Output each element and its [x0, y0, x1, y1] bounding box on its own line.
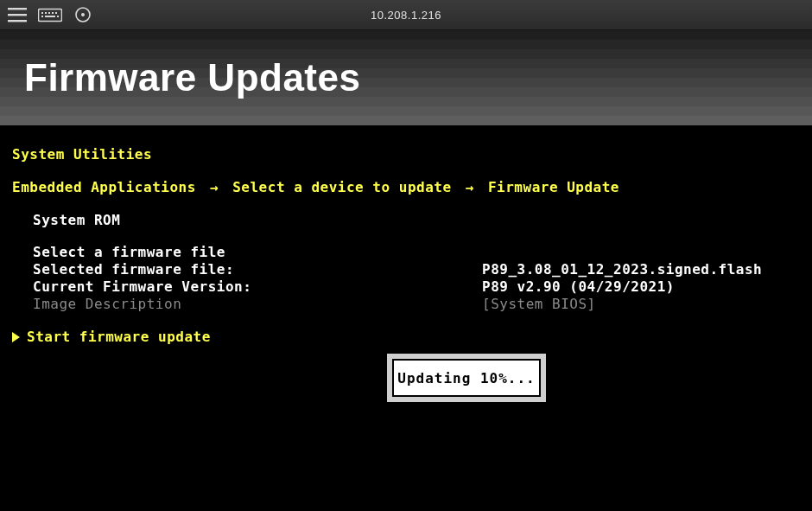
arrow-icon: →: [205, 179, 224, 195]
svg-point-13: [81, 13, 85, 16]
breadcrumb-item[interactable]: Firmware Update: [488, 179, 619, 195]
svg-rect-11: [57, 16, 59, 17]
device-name: System ROM: [33, 212, 800, 229]
image-description-label: Image Description: [33, 296, 482, 313]
current-version-label: Current Firmware Version:: [33, 278, 482, 296]
current-version-value: P89 v2.90 (04/29/2021): [482, 278, 800, 296]
selected-file-label: Selected firmware file:: [33, 261, 482, 278]
svg-rect-0: [8, 8, 27, 10]
keyboard-icon[interactable]: [38, 4, 62, 25]
start-firmware-update-label: Start firmware update: [27, 329, 211, 346]
image-description-value: [System BIOS]: [482, 296, 800, 313]
disc-icon[interactable]: [71, 4, 95, 25]
section-title: System Utilities: [12, 146, 800, 163]
svg-rect-9: [41, 16, 43, 17]
svg-rect-4: [41, 12, 43, 14]
breadcrumb: Embedded Applications → Select a device …: [12, 179, 800, 196]
svg-rect-2: [8, 20, 27, 22]
page-header: Firmware Updates: [0, 30, 812, 125]
svg-rect-5: [45, 12, 47, 14]
breadcrumb-item[interactable]: Select a device to update: [232, 179, 451, 195]
menu-icon[interactable]: [5, 4, 29, 25]
svg-rect-3: [39, 10, 62, 22]
progress-text: Updating 10%...: [392, 359, 541, 397]
svg-rect-8: [55, 12, 57, 14]
select-file-label[interactable]: Select a firmware file: [33, 244, 482, 261]
kvm-toolbar: 10.208.1.216: [0, 0, 812, 30]
svg-rect-6: [48, 12, 50, 14]
arrow-icon: →: [460, 179, 479, 195]
bios-screen: System Utilities Embedded Applications →…: [0, 125, 812, 346]
svg-rect-1: [8, 14, 27, 16]
remote-ip: 10.208.1.216: [371, 9, 441, 22]
play-icon: [12, 332, 20, 342]
page-title: Firmware Updates: [24, 56, 360, 99]
breadcrumb-item[interactable]: Embedded Applications: [12, 179, 196, 195]
svg-rect-7: [52, 12, 54, 14]
progress-dialog: Updating 10%...: [386, 353, 547, 403]
selected-file-value: P89_3.08_01_12_2023.signed.flash: [482, 261, 800, 278]
start-firmware-update[interactable]: Start firmware update: [12, 329, 800, 346]
svg-rect-10: [45, 16, 55, 17]
